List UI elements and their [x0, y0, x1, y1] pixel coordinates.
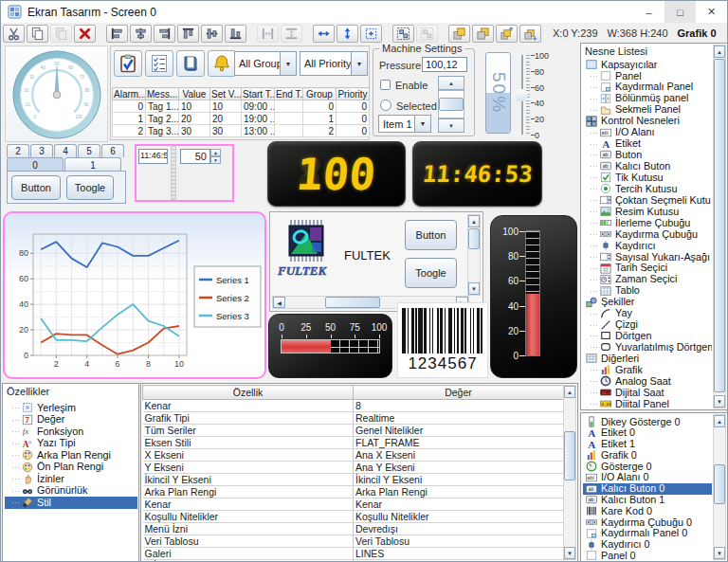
- split-panel-divider[interactable]: [171, 146, 176, 200]
- scroll-down-icon[interactable]: ▼: [564, 547, 575, 559]
- property-row-kosullu-nitelikler[interactable]: Koşullu NiteliklerKoşullu Nitelikler: [143, 511, 564, 523]
- property-value[interactable]: 8: [354, 400, 564, 412]
- property-value[interactable]: Arka Plan Rengi: [354, 486, 564, 499]
- tab-4[interactable]: 4: [54, 144, 77, 157]
- property-row-arka-plan-rengi[interactable]: Arka Plan RengiArka Plan Rengi: [143, 486, 564, 499]
- property-col-header[interactable]: Özellik: [143, 386, 354, 400]
- property-category-deger[interactable]: 7Değer: [5, 414, 137, 426]
- alarm-group-filter[interactable]: All Group ▼: [234, 51, 297, 76]
- delete-button[interactable]: [74, 25, 96, 43]
- alarm-table-widget[interactable]: All Group ▼ All Priority ▼ Alarm...Mess.…: [110, 45, 370, 140]
- property-category-yerlesim[interactable]: Yerleşim: [5, 402, 137, 414]
- tree-group-kapsayicilar[interactable]: Kapsayıcılar: [583, 59, 712, 70]
- tree-item-buton[interactable]: abButon: [583, 150, 712, 161]
- scrollbar-thumb[interactable]: [714, 59, 725, 392]
- digital-clock-widget[interactable]: 88:88:88 11:46:53: [412, 141, 542, 207]
- tree-item-resim-kutusu[interactable]: Resim Kutusu: [583, 206, 712, 217]
- chart-widget[interactable]: 020406080246810Series 1Series 2Series 3: [3, 211, 266, 379]
- scroll-up-icon[interactable]: ▲: [714, 415, 725, 427]
- scrollbar-thumb[interactable]: [325, 297, 380, 308]
- property-value[interactable]: Koşullu Nitelikler: [354, 511, 564, 523]
- property-value[interactable]: Genel Nitelikler: [354, 425, 564, 437]
- instance-etiket-1[interactable]: AEtiket 1: [583, 439, 712, 450]
- scrollbar-thumb[interactable]: [714, 464, 725, 504]
- panel-button[interactable]: Button: [405, 220, 457, 250]
- property-row-veri-tablosu[interactable]: Veri TablosuVeri Tablosu: [143, 535, 564, 548]
- alarm-table-row[interactable]: 1Tag 2...202019:00 ...10: [113, 113, 370, 125]
- alarm-table[interactable]: Alarm...Mess...ValueSet V...Start T...En…: [112, 87, 369, 137]
- spinner-down-icon[interactable]: ▼: [210, 156, 221, 164]
- property-row-eksen-stili[interactable]: Eksen StiliFLAT_FRAME: [143, 437, 564, 449]
- alarm-bell-button[interactable]: [208, 50, 236, 77]
- property-category-arka-plan-rengi[interactable]: Arka Plan Rengi: [5, 449, 137, 462]
- instance-kaydirmali-panel-0[interactable]: Kaydırmalı Panel 0: [583, 528, 712, 539]
- alarm-col-header[interactable]: Group: [303, 88, 337, 100]
- instance-kaydirma-cubugu-0[interactable]: Kaydırma Çubuğu 0: [583, 517, 712, 528]
- tree-item-tercih-kutusu[interactable]: Tercih Kutusu: [583, 183, 712, 194]
- tree-item-cizgi[interactable]: Çizgi: [583, 319, 712, 331]
- property-value[interactable]: Ana X Ekseni: [354, 449, 564, 462]
- instance-gosterge-0[interactable]: Gösterge 0: [583, 461, 712, 472]
- instance-list-scrollbar[interactable]: ▲ ▼: [713, 414, 726, 560]
- design-canvas[interactable]: 0102030405060708090100 All Group ▼ All P…: [1, 43, 579, 382]
- align-top-button[interactable]: [177, 25, 199, 43]
- property-value[interactable]: Kenar: [354, 499, 564, 511]
- tree-item-bolunmus-panel[interactable]: Bölünmüş panel: [583, 93, 712, 104]
- send-backward-button[interactable]: [519, 25, 541, 43]
- alarm-col-header[interactable]: Priority: [337, 88, 370, 100]
- property-row-menu-i-zni[interactable]: Menü İzniDevredışı: [143, 523, 564, 535]
- property-value[interactable]: Etiket Kutusu: [354, 560, 564, 562]
- alarm-col-header[interactable]: Alarm...: [113, 88, 146, 100]
- chevron-down-icon[interactable]: ▼: [280, 52, 296, 75]
- property-row-kenar[interactable]: Kenar8: [143, 400, 564, 412]
- alarm-table-row[interactable]: 2Tag 3...303013:00 ...20: [113, 125, 370, 137]
- barcode-widget[interactable]: 1234567: [397, 302, 488, 378]
- tree-item-etiket[interactable]: AEtiket: [583, 138, 712, 150]
- chevron-down-icon[interactable]: ▼: [351, 52, 367, 75]
- pressure-input[interactable]: 100,12: [422, 57, 467, 72]
- chevron-down-icon[interactable]: ▼: [414, 116, 430, 132]
- tab-3[interactable]: 3: [30, 144, 53, 157]
- tree-item-kalici-buton[interactable]: abKalıcı Buton: [583, 160, 712, 172]
- property-table-scrollbar[interactable]: ▲ ▼: [563, 385, 576, 560]
- bring-forward-button[interactable]: [496, 25, 518, 43]
- tree-item-kaydirici[interactable]: Kaydırıcı: [583, 240, 712, 251]
- horizontal-gauge-widget[interactable]: 0255075100: [268, 314, 392, 378]
- property-row-tum-seriler[interactable]: Tüm SerilerGenel Nitelikler: [143, 425, 564, 437]
- property-row-eti-ket-kutusu[interactable]: Eti̇ket KutusuEtiket Kutusu: [143, 560, 564, 562]
- property-value[interactable]: Veri Tablosu: [354, 535, 564, 548]
- property-row-x-ekseni[interactable]: X EkseniAna X Ekseni: [143, 449, 564, 462]
- property-row-kenar[interactable]: KenarKenar: [143, 499, 564, 511]
- tree-group-digerleri[interactable]: Diğerleri: [583, 353, 712, 364]
- alarm-col-header[interactable]: Start T...: [242, 88, 275, 100]
- item-combobox[interactable]: Item 1 ▼: [378, 115, 431, 133]
- property-category-gorunurluk[interactable]: Görünürlük: [5, 485, 137, 498]
- instance-panel-0[interactable]: Panel 0: [583, 551, 712, 560]
- spinner-up-icon[interactable]: ▲: [210, 149, 221, 156]
- slider-widget[interactable]: 100806040200: [514, 51, 571, 138]
- tree-item-zaman-secici[interactable]: Zaman Seçici: [583, 274, 712, 285]
- instance-kalici-buton-0[interactable]: abKalıcı Buton 0: [583, 483, 712, 495]
- property-category-fonksiyon[interactable]: fxFonksiyon: [5, 426, 137, 438]
- scroll-down-icon[interactable]: ▼: [714, 547, 725, 559]
- machine-settings-groupbox[interactable]: Machine Settings Pressure: 100,12 Enable…: [373, 48, 475, 136]
- property-col-header[interactable]: Değer: [354, 386, 564, 400]
- property-value[interactable]: Devredışı: [354, 523, 564, 535]
- scrollbar-thumb[interactable]: [439, 98, 464, 111]
- tree-item-tarih-secici[interactable]: Tarih Seçici: [583, 263, 712, 274]
- instance-dikey-gosterge-0[interactable]: Dikey Gösterge 0: [583, 416, 712, 427]
- same-size-button[interactable]: [360, 25, 382, 43]
- scroll-up-icon[interactable]: ▲: [564, 386, 575, 398]
- instance-i-o-alani-0[interactable]: ablI/O Alanı 0: [583, 472, 712, 483]
- tree-item-panel[interactable]: Panel: [583, 70, 712, 82]
- property-value[interactable]: Realtime: [354, 412, 564, 425]
- copy-button[interactable]: [27, 25, 48, 43]
- tab-2[interactable]: 2: [7, 144, 29, 157]
- tab-1[interactable]: 1: [64, 157, 121, 172]
- tree-item-tablo[interactable]: Tablo: [583, 285, 712, 297]
- tab-button[interactable]: Button: [11, 175, 61, 200]
- spinner-buttons[interactable]: ▲ ▼: [210, 149, 221, 164]
- alarm-list-button[interactable]: [145, 50, 173, 77]
- group-button[interactable]: [392, 25, 414, 43]
- alarm-col-header[interactable]: End T...: [275, 88, 303, 100]
